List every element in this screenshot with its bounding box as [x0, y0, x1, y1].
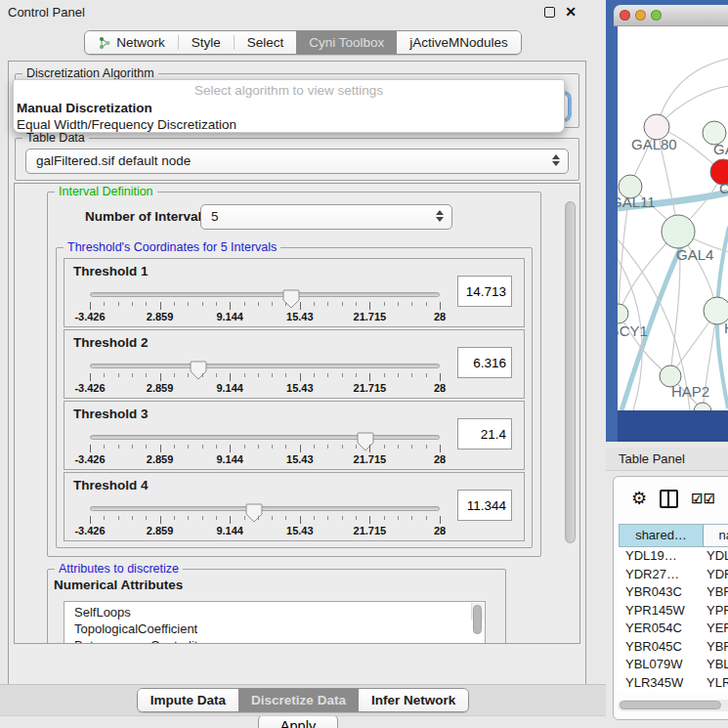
top-tabbar: Network Style Select Cyni Toolbox jActiv…: [0, 30, 606, 55]
table-row[interactable]: YER054CYER0: [619, 620, 728, 638]
tick-label: 21.715: [354, 453, 387, 465]
tab-jactivemnodules[interactable]: jActiveMNodules: [397, 31, 521, 54]
number-of-intervals-row: Number of Intervals 5: [48, 204, 540, 234]
attribute-list-item[interactable]: TopologicalCoefficient: [74, 621, 485, 637]
table-panel-card: ⚙ ☑☑ shared… na YDL19…YDL1YDR27…YDR2YBR0…: [613, 476, 728, 720]
table-row[interactable]: YDL19…YDL1: [619, 547, 728, 566]
tab-infer-network[interactable]: Infer Network: [359, 689, 468, 711]
threshold-value-field[interactable]: [457, 490, 512, 521]
table-row[interactable]: YBR043CYBR0: [619, 583, 728, 602]
select-columns-icon[interactable]: ☑☑: [691, 492, 715, 506]
settings-vertical-scrollbar[interactable]: [564, 186, 578, 641]
tick-label: 9.144: [216, 382, 243, 394]
tick-label: -3.426: [74, 453, 105, 465]
threshold-label: Threshold 3: [73, 407, 149, 421]
cell-shared-name: YDL19…: [619, 547, 703, 566]
cell-name: YLR3: [703, 674, 728, 693]
tab-label: Style: [192, 35, 221, 50]
cell-shared-name: YER054C: [619, 620, 703, 638]
slider-ticks: [90, 445, 440, 452]
tick-label: -3.426: [74, 311, 105, 322]
tick-label: 15.43: [286, 382, 314, 394]
scrollbar-thumb[interactable]: [620, 701, 721, 709]
table-toolbar: ⚙ ☑☑: [614, 477, 728, 520]
table-data-combobox[interactable]: galFiltered.sif default node: [25, 149, 569, 174]
slider-track[interactable]: [90, 435, 440, 440]
number-of-intervals-combobox[interactable]: 5: [200, 204, 452, 230]
threshold-slider[interactable]: -3.4262.8599.14415.4321.71528: [90, 431, 440, 466]
cell-name: YDR2: [703, 566, 728, 584]
table-row[interactable]: YPR145WYPR1: [619, 602, 728, 621]
attribute-list-item[interactable]: SelfLoops: [74, 604, 485, 621]
slider-tick-labels: -3.4262.8599.14415.4321.71528: [90, 311, 440, 322]
threshold-value-field[interactable]: [457, 347, 512, 378]
network-icon: [98, 36, 111, 50]
table-data-group: Table Data galFiltered.sif default node: [15, 138, 579, 181]
tab-cyni-toolbox[interactable]: Cyni Toolbox: [296, 31, 397, 54]
tick-label: -3.426: [74, 525, 105, 536]
node-label: GAL80: [631, 136, 677, 152]
threshold-slider[interactable]: -3.4262.8599.14415.4321.71528: [90, 502, 440, 537]
threshold-slider[interactable]: -3.4262.8599.14415.4321.71528: [90, 288, 440, 323]
tick-label: 9.144: [216, 453, 243, 465]
node-label: C: [719, 180, 728, 196]
table-row[interactable]: YDR27…YDR2: [619, 566, 728, 584]
algorithm-option-manual[interactable]: Manual Discretization: [14, 100, 564, 116]
scrollbar-thumb[interactable]: [473, 605, 482, 634]
tab-discretize-data[interactable]: Discretize Data: [238, 689, 359, 711]
tick-label: 21.715: [354, 382, 387, 394]
close-traffic-light[interactable]: [620, 10, 630, 21]
network-node[interactable]: [662, 215, 695, 248]
network-window-titlebar: [614, 5, 728, 26]
float-window-icon[interactable]: [544, 7, 555, 18]
apply-button[interactable]: Apply: [258, 714, 338, 728]
table-row[interactable]: YLR345WYLR3: [619, 674, 728, 693]
threshold-panels: Threshold 1 -3.4262.8599.14415.4321.7152…: [64, 258, 525, 543]
table-horizontal-scrollbar[interactable]: [618, 700, 728, 711]
tab-label: Infer Network: [371, 693, 455, 707]
tab-select[interactable]: Select: [235, 31, 297, 54]
combo-value: galFiltered.sif default node: [36, 153, 191, 168]
minimize-traffic-light[interactable]: [635, 10, 646, 21]
tab-style[interactable]: Style: [179, 31, 234, 54]
slider-track[interactable]: [90, 364, 440, 368]
threshold-slider[interactable]: -3.4262.8599.14415.4321.71528: [90, 360, 440, 395]
table-row[interactable]: YBR045CYBR0: [619, 638, 728, 657]
group-title: Threshold's Coordinates for 5 Intervals: [64, 240, 280, 254]
tick-label: 2.859: [147, 311, 174, 322]
cyni-content-panel: Discretization Algorithm Table Data galF…: [8, 61, 586, 686]
threshold-value-field[interactable]: [457, 418, 512, 450]
threshold-3-panel: Threshold 3 -3.4262.8599.14415.4321.7152…: [64, 401, 525, 470]
table-row[interactable]: YBL079WYBL0: [619, 656, 728, 674]
attribute-list-item[interactable]: BetweennessCentrality: [74, 637, 485, 644]
gear-icon[interactable]: ⚙: [631, 488, 647, 509]
network-node[interactable]: [618, 304, 628, 323]
tab-network[interactable]: Network: [85, 31, 178, 54]
slider-track[interactable]: [90, 292, 440, 297]
checkbox-icon: ☑: [704, 492, 716, 506]
split-columns-icon[interactable]: [660, 490, 678, 508]
network-canvas[interactable]: GAL80GACGAL11GAL4GCY1HHAP2: [618, 26, 728, 410]
tab-label: Cyni Toolbox: [309, 35, 384, 50]
tick-label: 28: [434, 525, 446, 536]
numerical-attributes-label: Numerical Attributes: [54, 578, 183, 592]
slider-track[interactable]: [90, 506, 440, 511]
scrollbar-thumb[interactable]: [565, 201, 576, 543]
threshold-value-field[interactable]: [457, 276, 512, 307]
number-of-intervals-label: Number of Intervals: [85, 209, 209, 224]
close-icon[interactable]: ✕: [565, 4, 577, 20]
zoom-traffic-light[interactable]: [651, 10, 662, 21]
slider-tick-labels: -3.4262.8599.14415.4321.71528: [90, 382, 440, 394]
tick-label: 2.859: [147, 525, 174, 536]
column-header-name[interactable]: na: [704, 525, 728, 546]
cell-shared-name: YPR145W: [619, 602, 703, 621]
tick-label: 28: [434, 382, 446, 394]
tab-impute-data[interactable]: Impute Data: [138, 689, 238, 711]
network-svg: GAL80GACGAL11GAL4GCY1HHAP2: [618, 26, 728, 410]
threshold-label: Threshold 4: [73, 478, 149, 492]
cell-shared-name: YBR045C: [619, 638, 703, 657]
algorithm-option-equal-width[interactable]: Equal Width/Frequency Discretization: [14, 116, 564, 133]
threshold-4-panel: Threshold 4 -3.4262.8599.14415.4321.7152…: [64, 472, 525, 541]
column-header-shared-name[interactable]: shared…: [620, 525, 704, 546]
list-scrollbar[interactable]: [471, 603, 484, 620]
